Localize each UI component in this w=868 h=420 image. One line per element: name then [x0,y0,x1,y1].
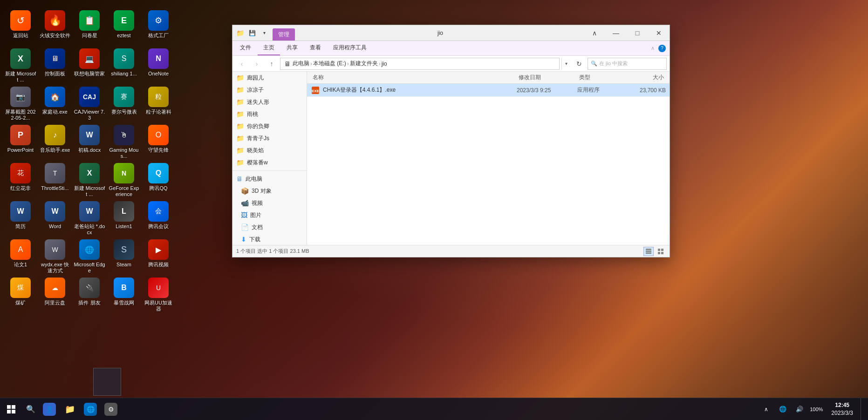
desktop-icon-lunwen[interactable]: A 论文1 [4,237,37,275]
taskbar-settings[interactable]: ⚙ [101,398,121,420]
desktop-icon-laobazhan[interactable]: W 老爸站站 *.docx [73,199,106,237]
desktop-icon-powerpoint[interactable]: P PowerPoint [4,123,37,160]
desktop-icon-edge[interactable]: 🌐 Microsoft Edge [73,237,106,275]
desktop-icon-saiernum[interactable]: 赛 赛尔号微表 [107,85,141,122]
sidebar-item-yingluo[interactable]: 📁 樱落番w [232,156,307,169]
show-hidden-icons[interactable]: ∧ [759,398,773,420]
desktop-icon-gamingmouse[interactable]: 🖱 Gaming Mous... [107,123,141,160]
sidebar-item-langyuaner[interactable]: 📁 廊园儿 [232,72,307,84]
desktop-icon-nvidia[interactable]: N GeForce Experience [107,161,141,198]
sidebar-item-pictures[interactable]: 🖼 图片 [232,209,307,221]
desktop-icon-new-excel2[interactable]: X 新建 Microsoft ... [73,161,106,198]
desktop-icon-controlpanel[interactable]: 🖥 控制面板 [38,47,72,84]
path-computer[interactable]: 此电脑 [293,60,309,68]
tab-view[interactable]: 查看 [304,41,327,55]
chevron-up-btn[interactable]: ∧ [584,25,605,41]
ribbon-expand-icon[interactable]: ∧ [651,45,655,51]
desktop-icon-onenote[interactable]: N OneNote [142,47,175,84]
taskbar-fileexplorer[interactable]: 📁 [60,398,80,420]
titlebar-floppy-icon[interactable]: 💾 [246,27,258,39]
sidebar-item-thispc[interactable]: 🖥 此电脑 [232,173,307,185]
close-button[interactable]: ✕ [648,25,670,41]
sidebar-item-videos[interactable]: 📹 视频 [232,197,307,209]
titlebar-dropdown-icon[interactable]: ▾ [259,27,270,39]
path-newfolder[interactable]: 新建文件夹 [350,60,378,68]
view-largeicon-button[interactable] [656,247,666,256]
start-button[interactable] [0,398,22,420]
taskbar-clock[interactable]: 12:45 2023/3/3 [826,398,859,420]
desktop-icon-throttle[interactable]: T ThrottleSti... [38,161,72,198]
sidebar-item-documents[interactable]: 📄 文档 [232,221,307,233]
sidebar-item-nidefuluo[interactable]: 📁 你的负卿 [232,120,307,132]
nav-forward-button[interactable]: › [250,57,263,70]
sidebar-item-xiaomeiyan[interactable]: 📁 晓美焰 [232,144,307,156]
minimize-button[interactable]: — [605,25,627,41]
network-icon[interactable]: 🌐 [775,398,790,420]
path-dropdown-icon[interactable]: ▾ [561,58,571,70]
sidebar-item-downloads[interactable]: ⬇ 下载 [232,233,307,245]
desktop-icon-163[interactable]: U 网易UU加速 器 [142,276,175,313]
nav-back-button[interactable]: ‹ [235,57,248,70]
desktop-icon-musicassist[interactable]: ♪ 音乐助手.exe [38,123,72,160]
taskbar-search-button[interactable]: 🔍 [22,398,39,420]
empty-space[interactable] [307,97,670,237]
desktop-icon-lizike[interactable]: 粒 粒子论著科 [142,85,175,122]
sidebar-item-mishirenxing[interactable]: 📁 迷失人形 [232,96,307,108]
refresh-button[interactable]: ↻ [573,57,586,70]
show-desktop-button[interactable] [861,398,864,420]
desktop-icon-huorong[interactable]: 🔥 火绒安全软件 [38,8,72,46]
desktop-icon-huizhuzhan[interactable]: ↺ 返回站 [4,8,37,46]
desktop-icon-blizzard[interactable]: B 暴雪战网 [107,276,141,313]
file-row-chika[interactable]: EXE CHIKA登录器【4.4.6.1】.exe 2023/3/3 9:25 … [307,84,670,97]
col-size-header[interactable]: 大小 [624,74,666,81]
desktop-icon-wydx[interactable]: W wydx.exe 快速方式 [38,237,72,275]
desktop-icon-hongchen[interactable]: 花 红尘花非 [4,161,37,198]
desktop-icon-qq[interactable]: Q 腾讯QQ [142,161,175,198]
taskbar-edge[interactable]: 🌐 [80,398,101,420]
desktop-icon-eztest[interactable]: E eztest [107,8,141,46]
sidebar-item-yutao[interactable]: 📁 雨桃 [232,108,307,120]
taskbar-avatar[interactable]: 👤 [39,398,60,420]
desktop-icon-formatfactory[interactable]: ⚙ 格式工厂 [142,8,175,46]
desktop-icon-screenshot[interactable]: 📷 屏幕截图 2022-05-2... [4,85,37,122]
desktop-icon-alibaba[interactable]: ☁ 阿里云盘 [38,276,72,313]
desktop-icon-cajviewer[interactable]: CAJ CAJViewer 7.3 [73,85,106,122]
col-type-header[interactable]: 类型 [577,74,624,81]
desktop-icon-new-excel[interactable]: X 新建 Microsoft ... [4,47,37,84]
desktop-icon-jianli[interactable]: W 简历 [4,199,37,237]
path-jio[interactable]: jio [382,61,387,67]
tab-file[interactable]: 文件 [234,41,257,55]
desktop-icon-listen1[interactable]: L Listen1 [107,199,141,237]
sidebar-item-3dobjects[interactable]: 📦 3D 对象 [232,185,307,197]
tab-apptools[interactable]: 应用程序工具 [328,41,372,55]
desktop-icon-overwatch[interactable]: O 守望先锋 [142,123,175,160]
desktop-icon-jiatingdong[interactable]: 🏠 家庭动.exe [38,85,72,122]
search-box[interactable]: 🔍 在 jio 中搜索 [588,58,667,70]
sound-icon[interactable]: 🔊 [792,398,807,420]
desktop-icon-word[interactable]: W Word [38,199,72,237]
desktop-icon-wenjuanxing[interactable]: 📋 问卷星 [73,8,106,46]
manage-tab[interactable]: 管理 [273,28,295,41]
view-list-button[interactable] [643,247,654,256]
battery-icon[interactable]: 100% [809,398,824,420]
col-date-header[interactable]: 修改日期 [517,74,577,81]
desktop-icon-shiliang[interactable]: S shiliang 1... [107,47,141,84]
desktop-icon-tencentmeet[interactable]: 会 腾讯会议 [142,199,175,237]
nav-up-button[interactable]: ↑ [265,57,278,70]
sidebar-item-qingqingzi[interactable]: 📁 青青子Js [232,132,307,144]
path-drive[interactable]: 本地磁盘 (E:) [313,60,346,68]
desktop-icon-lenovo[interactable]: 💻 联想电脑管家 [73,47,106,84]
sidebar-item-liangliangzi[interactable]: 📁 凉凉子 [232,84,307,96]
desktop-icon-steam[interactable]: S Steam [107,237,141,275]
address-path[interactable]: 🖥 此电脑 › 本地磁盘 (E:) › 新建文件夹 › jio [280,58,560,70]
col-name-header[interactable]: 名称 [311,74,517,81]
desktop-icon-plugin[interactable]: 🔌 插件 朋友 [73,276,106,313]
desktop-icon-meituan[interactable]: 煤 煤矿 [4,276,37,313]
tab-share[interactable]: 共享 [281,41,303,55]
desktop-icon-chugao[interactable]: W 初稿.docx [73,123,106,160]
maximize-button[interactable]: □ [627,25,648,41]
tab-home[interactable]: 主页 [258,41,280,55]
ribbon-help-icon[interactable]: ? [658,45,666,52]
titlebar-folder-icon[interactable]: 📁 [234,27,246,39]
desktop-icon-tencentvideo[interactable]: ▶ 腾讯视频 [142,237,175,275]
